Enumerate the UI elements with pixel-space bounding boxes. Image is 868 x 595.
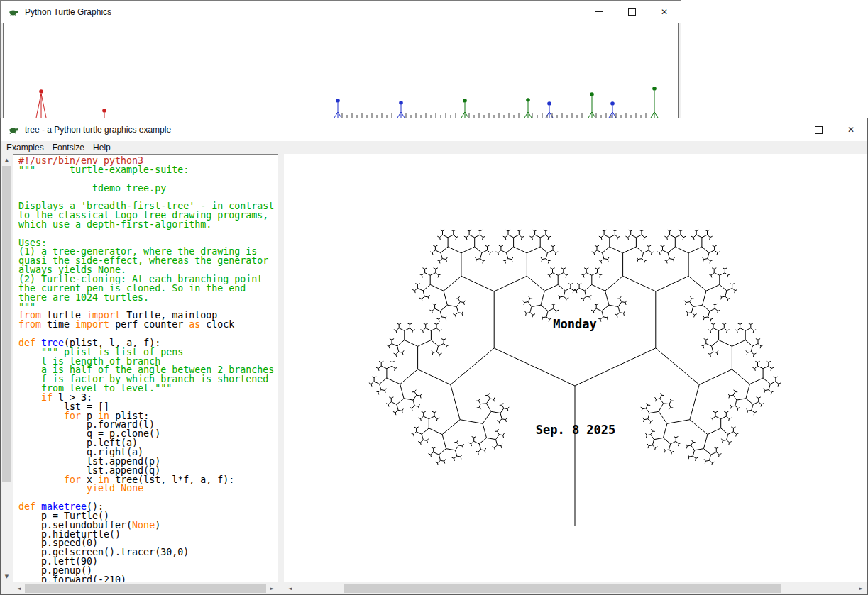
scroll-up-icon[interactable]: ▲ — [1, 154, 13, 166]
code-line: """ turtle-example-suite: — [18, 166, 278, 175]
canvas-hscroll-thumb[interactable] — [344, 584, 781, 593]
turtle-dot — [590, 92, 594, 96]
minimize-icon — [595, 11, 603, 12]
maximize-icon — [815, 126, 823, 134]
fg-titlebar[interactable]: tree - a Python turtle graphics example … — [1, 118, 867, 141]
turtle-dot — [526, 98, 530, 102]
bg-close-button[interactable]: ✕ — [648, 1, 681, 23]
bg-minimize-button[interactable] — [583, 1, 615, 23]
window-content: ▲ ▼ #!/usr/bin/env python3""" turtle-exa… — [1, 154, 867, 594]
turtle-dot — [463, 99, 467, 103]
menu-fontsize[interactable]: Fontsize — [48, 143, 89, 152]
code-line: tdemo_tree.py — [18, 184, 278, 194]
fg-window-controls: ✕ — [769, 118, 867, 141]
menu-examples[interactable]: Examples — [2, 143, 48, 152]
menubar: Examples Fontsize Help — [1, 141, 867, 154]
fg-maximize-button[interactable] — [802, 118, 835, 141]
canvas-label: Sep. 8 2025 — [536, 423, 616, 437]
turtle-icon — [8, 6, 19, 18]
bg-window-controls: ✕ — [583, 1, 681, 23]
scroll-right-icon[interactable]: ► — [266, 582, 278, 594]
code-line — [18, 230, 278, 239]
canvas-horizontal-scrollbar[interactable]: ◄ ► — [284, 582, 867, 594]
code-line: which use a depth-first-algorithm. — [18, 221, 278, 230]
turtle-dot — [39, 89, 43, 94]
tree-example-window[interactable]: tree - a Python turtle graphics example … — [0, 118, 868, 595]
menu-help[interactable]: Help — [89, 143, 115, 152]
minimize-icon — [782, 130, 789, 130]
turtle-dot — [102, 109, 106, 113]
maximize-icon — [628, 8, 636, 16]
fractal-tree-svg: MondaySep. 8 2025 — [284, 154, 867, 582]
scroll-right-icon[interactable]: ► — [855, 582, 867, 594]
fg-window-title: tree - a Python turtle graphics example — [25, 125, 171, 135]
close-icon: ✕ — [847, 126, 855, 134]
editor-horizontal-scrollbar[interactable]: ◄ ► — [13, 582, 278, 594]
turtle-dot — [652, 87, 657, 91]
turtle-icon — [8, 124, 19, 135]
canvas-label: Monday — [553, 317, 596, 331]
fg-minimize-button[interactable] — [769, 118, 802, 141]
scroll-left-icon[interactable]: ◄ — [13, 582, 25, 594]
turtle-canvas[interactable]: MondaySep. 8 2025 — [284, 154, 867, 582]
code-line: there are 1024 turtles. — [18, 294, 278, 303]
code-line: yield None — [18, 484, 278, 494]
fractal-tree-path — [369, 230, 781, 526]
turtle-dot — [336, 99, 340, 103]
turtle-dot — [399, 101, 403, 105]
bg-maximize-button[interactable] — [615, 1, 648, 23]
code-lines: #!/usr/bin/env python3""" turtle-example… — [18, 157, 278, 582]
code-line: p.forward(-210) — [18, 576, 278, 582]
scroll-left-icon[interactable]: ◄ — [284, 582, 296, 594]
fg-close-button[interactable]: ✕ — [835, 118, 867, 141]
code-editor[interactable]: #!/usr/bin/env python3""" turtle-example… — [13, 154, 278, 582]
bg-titlebar[interactable]: Python Turtle Graphics ✕ — [1, 1, 681, 23]
turtle-dot — [610, 101, 615, 106]
pane-sash[interactable] — [278, 154, 284, 582]
scroll-down-icon[interactable]: ▼ — [1, 570, 13, 582]
vertical-scrollbar-thumb[interactable] — [2, 166, 11, 482]
bg-window-title: Python Turtle Graphics — [25, 7, 111, 17]
editor-vertical-scrollbar[interactable]: ▲ ▼ — [1, 154, 13, 582]
turtle-dot — [547, 101, 551, 106]
code-line: from time import perf_counter as clock — [18, 321, 278, 330]
close-icon: ✕ — [661, 8, 668, 16]
editor-hscroll-thumb[interactable] — [25, 584, 266, 593]
